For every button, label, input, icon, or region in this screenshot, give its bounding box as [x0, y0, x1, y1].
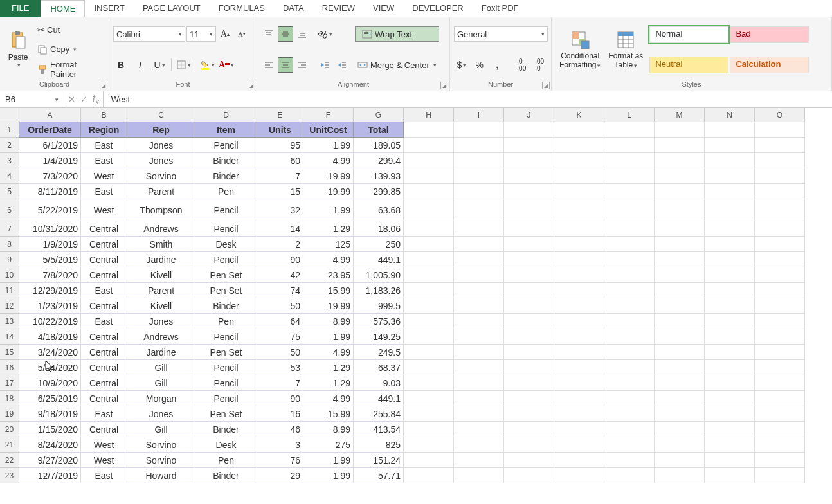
cell[interactable]	[705, 153, 755, 168]
cell[interactable]	[454, 153, 504, 168]
row-header-14[interactable]: 14	[0, 329, 19, 345]
cell[interactable]	[604, 138, 655, 153]
tab-foxit-pdf[interactable]: Foxit PDF	[473, 0, 528, 17]
cell[interactable]	[705, 283, 755, 298]
cell[interactable]	[554, 391, 604, 406]
cell[interactable]: 32	[257, 199, 303, 221]
cell[interactable]	[554, 468, 604, 483]
row-header-20[interactable]: 20	[0, 422, 19, 437]
cell[interactable]: 149.25	[354, 329, 404, 345]
cell[interactable]: 1,005.90	[354, 267, 404, 283]
cell[interactable]: Central	[81, 360, 127, 375]
select-all-corner[interactable]	[0, 108, 19, 122]
cell[interactable]	[454, 138, 504, 153]
cell[interactable]	[404, 298, 454, 314]
cell[interactable]: 4.99	[303, 345, 354, 360]
cell[interactable]	[454, 329, 504, 345]
cell[interactable]: Jones	[127, 153, 195, 168]
column-header-L[interactable]: L	[604, 108, 655, 122]
cell[interactable]	[604, 345, 655, 360]
cell[interactable]	[454, 252, 504, 267]
column-header-I[interactable]: I	[454, 108, 504, 122]
cell[interactable]: 3	[257, 437, 303, 453]
cell[interactable]: Jardine	[127, 345, 195, 360]
cell[interactable]	[705, 184, 755, 199]
cell[interactable]: Jones	[127, 406, 195, 422]
cell[interactable]	[755, 422, 805, 437]
percent-format-button[interactable]: %	[472, 57, 487, 73]
cell[interactable]: 3/24/2020	[19, 345, 81, 360]
cell[interactable]	[655, 267, 705, 283]
cell[interactable]	[705, 360, 755, 375]
paste-button[interactable]: Paste▾	[4, 20, 32, 79]
cell[interactable]: Sorvino	[127, 168, 195, 184]
cell[interactable]	[655, 406, 705, 422]
cell[interactable]: Central	[81, 345, 127, 360]
cell[interactable]: 449.1	[354, 391, 404, 406]
cell[interactable]	[705, 375, 755, 391]
column-header-G[interactable]: G	[354, 108, 404, 122]
cell[interactable]	[504, 237, 554, 252]
cell[interactable]: 12/29/2019	[19, 283, 81, 298]
cell[interactable]	[554, 360, 604, 375]
cell[interactable]	[705, 138, 755, 153]
decrease-font-button[interactable]: A▾	[234, 26, 249, 42]
cell[interactable]: Sorvino	[127, 437, 195, 453]
cell[interactable]	[655, 283, 705, 298]
fill-color-button[interactable]: ▾	[199, 57, 215, 73]
cell[interactable]	[655, 375, 705, 391]
cell[interactable]	[504, 184, 554, 199]
cell[interactable]	[604, 453, 655, 468]
cell[interactable]	[705, 298, 755, 314]
cell[interactable]	[655, 453, 705, 468]
cell[interactable]	[604, 184, 655, 199]
borders-button[interactable]: ▾	[176, 57, 191, 73]
cell[interactable]: 7/8/2020	[19, 267, 81, 283]
row-header-19[interactable]: 19	[0, 406, 19, 422]
cell[interactable]	[705, 453, 755, 468]
cell[interactable]: 575.36	[354, 314, 404, 329]
cell[interactable]	[554, 283, 604, 298]
cell[interactable]	[454, 314, 504, 329]
cell[interactable]: Kivell	[127, 298, 195, 314]
comma-format-button[interactable]: ,	[490, 57, 505, 73]
row-header-10[interactable]: 10	[0, 267, 19, 283]
cell[interactable]	[504, 375, 554, 391]
cell[interactable]	[554, 138, 604, 153]
cell[interactable]	[655, 329, 705, 345]
cell[interactable]	[705, 122, 755, 138]
cell[interactable]	[554, 422, 604, 437]
cell[interactable]	[554, 406, 604, 422]
cell[interactable]: 1.29	[303, 221, 354, 237]
tab-review[interactable]: REVIEW	[313, 0, 364, 17]
cell[interactable]: Units	[257, 122, 303, 138]
cell[interactable]	[705, 437, 755, 453]
cell[interactable]	[504, 199, 554, 221]
cell[interactable]: 1.99	[303, 199, 354, 221]
cell[interactable]: Rep	[127, 122, 195, 138]
column-header-J[interactable]: J	[504, 108, 554, 122]
cell[interactable]	[554, 168, 604, 184]
cell[interactable]: 64	[257, 314, 303, 329]
cell[interactable]	[504, 453, 554, 468]
cell[interactable]: West	[81, 168, 127, 184]
cell[interactable]	[504, 329, 554, 345]
cell[interactable]	[554, 375, 604, 391]
cell[interactable]	[454, 267, 504, 283]
cell[interactable]	[655, 221, 705, 237]
cell[interactable]	[604, 153, 655, 168]
cell[interactable]	[705, 406, 755, 422]
row-header-6[interactable]: 6	[0, 199, 19, 221]
cell[interactable]	[705, 314, 755, 329]
cell[interactable]: 75	[257, 329, 303, 345]
conditional-formatting-button[interactable]: ConditionalFormatting▾	[556, 20, 604, 79]
cell[interactable]	[454, 298, 504, 314]
align-right-button[interactable]	[294, 57, 310, 73]
column-header-E[interactable]: E	[257, 108, 303, 122]
cell[interactable]: Gill	[127, 375, 195, 391]
cell[interactable]	[554, 221, 604, 237]
cell[interactable]	[604, 329, 655, 345]
cell[interactable]: Andrews	[127, 329, 195, 345]
cell[interactable]	[404, 314, 454, 329]
cell[interactable]	[554, 252, 604, 267]
